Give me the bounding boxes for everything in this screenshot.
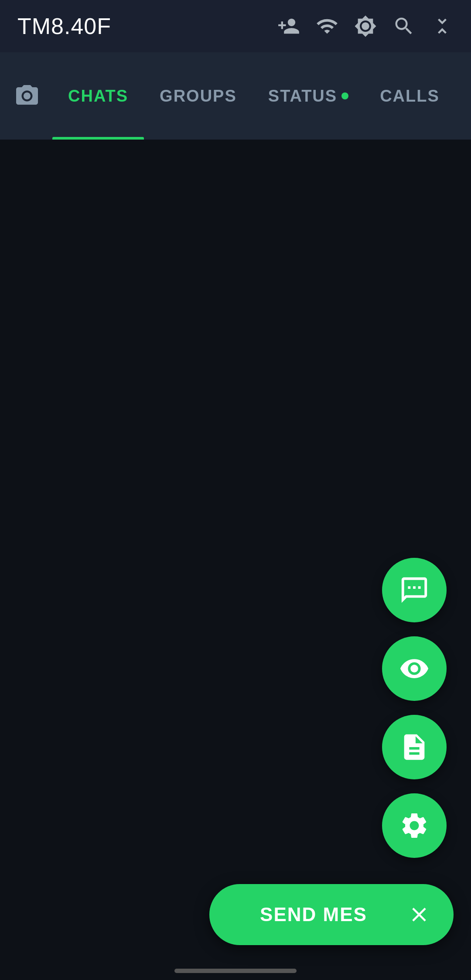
message-icon [399, 575, 430, 605]
tab-chats[interactable]: CHATS [52, 52, 144, 140]
add-user-icon [277, 15, 300, 38]
overflow-icon[interactable] [431, 15, 454, 38]
tab-status[interactable]: STATUS [253, 52, 364, 140]
new-message-fab[interactable] [382, 558, 447, 622]
status-notification-dot [341, 92, 348, 99]
brightness-icon [354, 15, 377, 38]
send-message-label: SEND MES [232, 904, 395, 925]
status-bar-left: TM8.40F [17, 13, 111, 39]
tab-calls[interactable]: CALLS [364, 52, 455, 140]
archived-fab[interactable] [382, 715, 447, 779]
send-message-button[interactable]: SEND MES [209, 884, 454, 945]
settings-fab[interactable] [382, 793, 447, 858]
tabs-container: CHATS GROUPS STATUS CALLS [52, 52, 457, 140]
camera-icon-wrap[interactable] [14, 83, 40, 109]
fab-container [382, 558, 447, 858]
status-bar: TM8.40F [0, 0, 471, 52]
read-all-fab[interactable] [382, 636, 447, 701]
eye-icon [399, 653, 430, 684]
header: CHATS GROUPS STATUS CALLS [0, 52, 471, 140]
status-bar-right [277, 15, 454, 38]
status-time: TM8.40F [17, 13, 111, 39]
search-icon[interactable] [392, 15, 415, 38]
close-icon[interactable] [407, 903, 431, 926]
camera-icon [14, 83, 40, 109]
tab-groups[interactable]: GROUPS [144, 52, 253, 140]
home-indicator [174, 969, 297, 973]
wifi-icon [316, 15, 338, 38]
document-icon [399, 732, 430, 762]
main-content: SEND MES [0, 140, 471, 980]
settings-icon [399, 810, 430, 841]
